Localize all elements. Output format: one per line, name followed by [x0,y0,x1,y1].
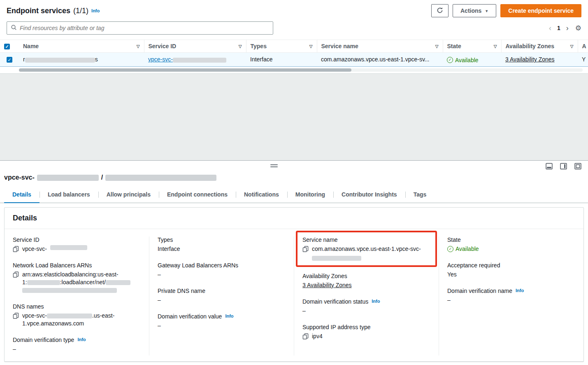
field-value-text: com.amazonaws.vpce.us-east-1.vpce-svc- [312,246,421,252]
info-link[interactable]: Info [372,299,380,304]
tab-load-balancers[interactable]: Load balancers [40,187,98,203]
field-value-text: – [158,271,161,278]
actions-button[interactable]: Actions ▼ [453,4,496,17]
details-card-header: Details [5,208,583,229]
filter-icon[interactable]: ▽ [570,44,574,49]
availability-zones-link[interactable]: 3 Availability Zones [302,281,352,289]
panel-drag-handle[interactable] [270,164,278,167]
panel-title-text: vpce-svc- [4,174,35,181]
tab-endpoint-connections[interactable]: Endpoint connections [159,187,236,203]
redacted-text [105,175,216,181]
redacted-text [50,245,87,250]
select-all-header: ✓ [0,40,19,53]
column-label: A [582,43,586,49]
field-domain-verification-name: Domain verification name Info – [447,288,575,304]
redacted-text [37,175,99,181]
check-circle-icon: ✓ [447,57,453,63]
tab-contributor-insights[interactable]: Contributor Insights [333,187,405,203]
field-dns-names: DNS names vpce-svc-.us-east- 1.vpce.amaz… [13,303,141,328]
toolbar-right: ‹ 1 › ⚙ [549,24,581,32]
field-label: Availability Zones [302,273,347,279]
tab-details[interactable]: Details [4,187,40,203]
copy-icon[interactable] [302,333,309,339]
select-all-checkbox[interactable]: ✓ [4,44,10,49]
panel-position-bottom-icon[interactable] [546,163,553,170]
field-label: State [447,236,461,243]
red-annotation-box: Service name com.amazonaws.vpce.us-east-… [296,231,437,267]
tab-allow-principals[interactable]: Allow principals [98,187,159,203]
column-header-name[interactable]: Name▽ [19,40,144,53]
copy-icon[interactable] [13,271,19,278]
refresh-icon [437,7,443,15]
filter-icon[interactable]: ▽ [137,44,140,49]
page-number[interactable]: 1 [557,25,560,31]
actions-button-label: Actions [460,7,481,14]
column-label: State [447,43,461,49]
field-label: Network Load Balancers ARNs [13,262,92,269]
tab-tags[interactable]: Tags [405,187,435,203]
field-acceptance-required: Acceptance required Yes [447,262,575,278]
refresh-button[interactable] [431,4,449,17]
panel-title-separator: / [101,174,103,181]
table-row[interactable]: ✓ rs vpce-svc- Interface com.amazonaws.v… [0,53,588,67]
service-id-link[interactable]: vpce-svc- [148,56,226,63]
details-column-2: Types Interface Gateway Load Balancers A… [149,236,294,356]
panel-top-strip [0,161,588,171]
next-page-icon[interactable]: › [566,24,569,32]
column-header-service-name[interactable]: Service name▽ [317,40,443,53]
info-link[interactable]: Info [91,8,100,13]
filter-icon[interactable]: ▽ [309,44,313,49]
previous-page-icon[interactable]: ‹ [549,24,551,32]
service-id-text: vpce-svc- [148,56,173,63]
endpoint-services-list-section: Endpoint services (1/1) Info Actions ▼ C… [0,0,588,73]
state-text: Available [456,245,479,253]
redacted-text [25,58,95,63]
status-badge: ✓ Available [447,57,479,63]
create-endpoint-service-button[interactable]: Create endpoint service [500,4,581,17]
horizontal-scrollbar-thumb[interactable] [19,68,351,72]
field-service-name: Service name com.amazonaws.vpce.us-east-… [302,236,430,262]
redacted-text [173,58,226,63]
panel-position-side-icon[interactable] [560,163,567,170]
column-header-service-id[interactable]: Service ID▽ [144,40,246,53]
field-value-text: arn:aws:elasticloadbalancing:us-east- [22,271,118,278]
info-link[interactable]: Info [77,337,86,342]
field-value-text: vpce-svc- [22,245,47,253]
field-state: State ✓ Available [447,236,575,253]
field-label: Domain verification status [302,298,368,305]
search-input[interactable] [20,25,269,31]
filter-icon[interactable]: ▽ [435,44,439,49]
info-link[interactable]: Info [516,288,524,293]
page-header: Endpoint services (1/1) Info Actions ▼ C… [0,0,588,21]
gear-icon[interactable]: ⚙ [575,25,581,32]
column-header-state[interactable]: State▽ [443,40,501,53]
column-label: Types [251,43,267,49]
cell-availability-zones: 3 Availability Zones [501,53,578,67]
tab-notifications[interactable]: Notifications [236,187,287,203]
field-supported-ip-type: Supported IP address type ipv4 [302,324,430,340]
field-label: Acceptance required [447,262,500,269]
cell-service-name: com.amazonaws.vpce.us-east-1.vpce-sv... [317,53,443,67]
column-header-types[interactable]: Types▽ [246,40,317,53]
filter-icon[interactable]: ▽ [494,44,497,49]
availability-zones-link[interactable]: 3 Availability Zones [505,56,555,63]
column-header-acceptance-clipped[interactable]: A [578,40,588,53]
chevron-down-icon: ▼ [485,9,488,13]
filter-icon[interactable]: ▽ [239,44,242,49]
cell-types: Interface [246,53,317,67]
column-header-availability-zones[interactable]: Availability Zones▽ [501,40,578,53]
details-column-4: State ✓ Available Acceptance required Ye… [439,236,583,356]
resource-count: (1/1) [73,7,88,15]
copy-icon[interactable] [13,313,19,319]
field-label: Service ID [13,236,40,243]
copy-icon[interactable] [302,246,309,252]
name-text: r [23,56,25,63]
tab-monitoring[interactable]: Monitoring [287,187,333,203]
row-checkbox[interactable]: ✓ [7,57,12,63]
panel-fullscreen-icon[interactable] [574,163,581,170]
cell-service-id: vpce-svc- [144,53,246,67]
panel-layout-controls [546,163,581,170]
horizontal-scrollbar[interactable] [19,68,583,72]
info-link[interactable]: Info [225,314,233,318]
copy-icon[interactable] [13,246,19,252]
